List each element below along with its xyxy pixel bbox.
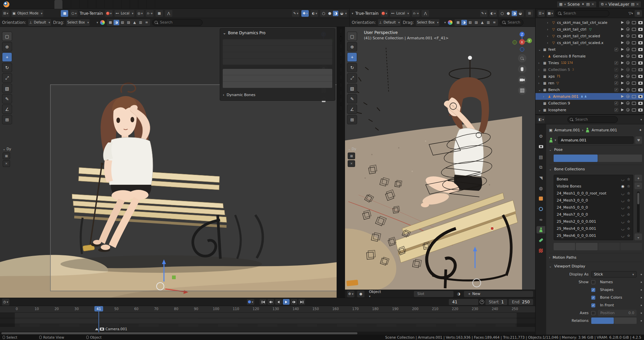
pose-toggle-button[interactable] — [554, 155, 598, 162]
outliner-row[interactable]: Bench ✓ — [535, 86, 644, 93]
viewport-disable-icon[interactable] — [632, 68, 636, 71]
hide-icon[interactable] — [626, 54, 630, 58]
collection-checkbox[interactable]: ✓ — [614, 68, 618, 72]
collection-action-button[interactable] — [620, 243, 642, 250]
select-box-tool[interactable]: ▢ — [347, 32, 357, 41]
selectable-icon[interactable] — [621, 82, 624, 84]
proportional-falloff-icon[interactable]: ⋀ — [422, 10, 429, 17]
show-checkbox[interactable] — [591, 280, 595, 284]
zoom-icon[interactable] — [518, 54, 526, 62]
material-shading-icon[interactable]: ◑ — [512, 11, 517, 16]
tab-bone[interactable] — [536, 237, 545, 244]
hide-icon[interactable] — [626, 41, 630, 44]
expand-icon[interactable] — [538, 48, 542, 51]
hide-icon[interactable] — [626, 101, 630, 105]
bone-collection-row[interactable]: 25_Mesh2_0_0_0.001 ☆ — [554, 218, 633, 225]
selectable-icon[interactable] — [621, 41, 624, 44]
npanel-tab[interactable] — [340, 98, 342, 103]
render-view-icon[interactable]: ⊞ — [526, 10, 533, 17]
workspace-tab[interactable] — [122, 0, 130, 9]
selectable-icon[interactable] — [621, 95, 624, 98]
editor-type-button[interactable]: ⊞▾ — [2, 10, 9, 17]
left-3d-viewport[interactable]: ▢ ⊕ ＋ ↻ ⤢ ▧ ✎ ∠ ⊞ ⌄ Dy ▩ ✕ — [0, 27, 337, 298]
tab-render[interactable] — [536, 143, 545, 150]
toggle-icon[interactable]: ▥ — [138, 20, 143, 25]
mode-action-button[interactable] — [223, 82, 332, 88]
hide-icon[interactable] — [626, 28, 630, 31]
orientation-selector[interactable]: ⊥ Default ▾ — [28, 19, 51, 26]
expand-icon[interactable] — [538, 81, 542, 85]
dynamic-bones-section[interactable]: ›Dynamic Bones — [223, 93, 332, 97]
selectable-icon[interactable] — [621, 21, 624, 24]
animate-dot[interactable] — [641, 312, 642, 314]
npanel-tab[interactable] — [340, 28, 342, 34]
expand-icon[interactable] — [538, 68, 542, 72]
scale-tool[interactable]: ⤢ — [2, 73, 12, 83]
scene-selector[interactable]: ▦▾ Scene ✦ ▤ ✕ — [557, 1, 597, 8]
visibility-eye-icon[interactable] — [620, 184, 626, 188]
transform-tool[interactable]: ▧ — [2, 84, 12, 93]
npanel-tab[interactable] — [340, 51, 342, 57]
remove-collection-button[interactable]: − — [635, 182, 642, 189]
viewport-disable-icon[interactable] — [632, 28, 636, 31]
orientation-gizmo[interactable]: Z X Y — [512, 31, 532, 52]
axes-position-slider[interactable]: Position0.0 — [598, 310, 637, 316]
add-primitive-tool[interactable]: ⊞ — [2, 115, 12, 124]
show-checkbox[interactable]: ✓ — [591, 296, 595, 300]
dy-button[interactable]: ▩ — [3, 153, 10, 159]
dy-panel[interactable]: ⌄ Dy ▩ ✕ — [348, 147, 356, 167]
new-collection-icon[interactable]: ⊞ — [635, 10, 642, 17]
pose-toggle-button[interactable] — [598, 155, 642, 162]
viewport-disable-icon[interactable] — [632, 48, 636, 51]
timeline-ruler[interactable]: 0102030405060708090100110120130140150160… — [0, 306, 535, 313]
shader-type-icon[interactable]: ● — [357, 291, 364, 297]
move-tool[interactable]: ＋ — [347, 52, 357, 62]
solo-star-icon[interactable]: ☆ — [627, 205, 630, 210]
slot-selector[interactable]: Slot — [414, 291, 454, 297]
color-wheel-icon[interactable] — [448, 20, 453, 25]
visibility-eye-icon[interactable] — [620, 205, 626, 210]
playhead[interactable]: 41 — [94, 306, 103, 311]
annotate-icon[interactable]: ✎▾ — [480, 10, 487, 17]
collection-action-button[interactable] — [598, 243, 620, 250]
toggle-icon[interactable]: ≡ — [491, 20, 497, 25]
toggle-icon[interactable]: ▨ — [126, 20, 131, 25]
close-icon[interactable]: ✕ — [636, 2, 639, 6]
outliner-row[interactable]: Icosphere ✓ — [535, 107, 644, 113]
orientation-selector[interactable]: ⊥ Default ▾ — [378, 19, 401, 26]
tab-scene[interactable]: ◥ — [536, 174, 545, 181]
solid-shading-icon[interactable]: ● — [506, 11, 511, 16]
solid-shading-icon[interactable]: ● — [327, 11, 332, 16]
viewlayer-selector[interactable]: ⧉▾ ViewLayer ▤ ✕ — [599, 1, 641, 8]
tab-world[interactable]: ◍ — [536, 184, 545, 192]
solo-star-icon[interactable]: ☆ — [627, 177, 630, 181]
expand-icon[interactable] — [547, 34, 551, 38]
add-collection-button[interactable]: ＋ — [635, 175, 642, 181]
render-disable-icon[interactable] — [638, 48, 643, 51]
drag-selector[interactable]: Select Box ▾ — [416, 19, 439, 26]
viewport-disable-icon[interactable] — [632, 35, 636, 38]
hide-icon[interactable] — [626, 81, 630, 85]
render-disable-icon[interactable] — [638, 41, 643, 44]
motion-paths-header[interactable]: ›Motion Paths — [549, 253, 642, 262]
drag-selector[interactable]: Select Box ▾ — [66, 19, 90, 26]
outliner-display-mode[interactable]: ☰▾ — [538, 10, 545, 17]
tab-output[interactable]: ▤ — [536, 153, 545, 161]
overlays-toggle-icon[interactable]: ◐▾ — [311, 10, 318, 17]
proportional-falloff-icon[interactable]: ⋀ — [165, 10, 172, 17]
new-material-button[interactable]: ＋ New — [464, 291, 533, 297]
render-disable-icon[interactable] — [638, 68, 643, 71]
blender-logo-icon[interactable] — [3, 1, 9, 7]
toggle-icon[interactable]: ▥ — [485, 20, 491, 25]
solo-star-icon[interactable]: ☆ — [627, 191, 630, 196]
bone-collection-row[interactable]: 24_Mesh5_0_0_0 ☆ — [554, 204, 633, 211]
toggle-icon[interactable]: ▩ — [108, 20, 113, 25]
timeline-marker-row[interactable]: Camera.001 — [0, 327, 535, 332]
workspace-tab[interactable] — [54, 0, 63, 9]
camera-view-icon[interactable] — [518, 76, 526, 84]
workspace-tab[interactable] — [96, 0, 105, 9]
hide-icon[interactable] — [626, 48, 630, 51]
visibility-eye-icon[interactable] — [620, 212, 626, 217]
selectable-icon[interactable] — [621, 28, 624, 31]
expand-icon[interactable] — [538, 108, 542, 112]
